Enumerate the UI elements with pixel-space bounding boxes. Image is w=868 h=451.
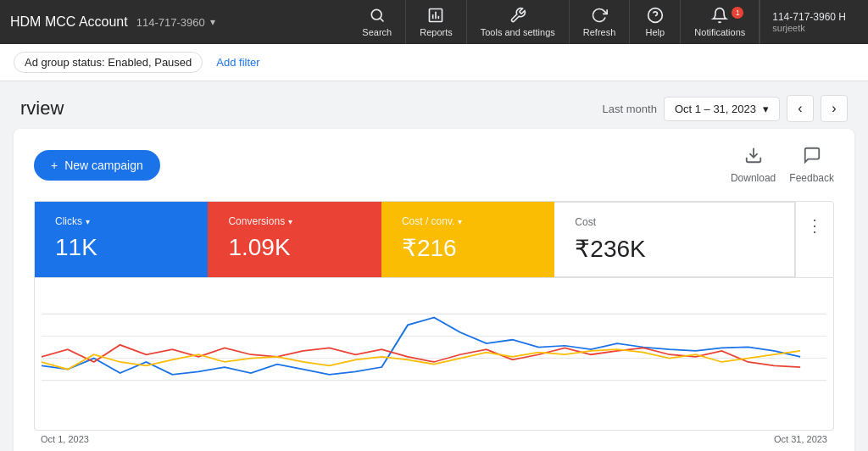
account-user: surjeetk	[772, 23, 805, 33]
main-content: rview Last month Oct 1 – 31, 2023 ▾ ‹ › …	[0, 81, 868, 451]
brand-name: HDM MCC Account	[10, 14, 128, 30]
feedback-button[interactable]: Feedback	[789, 146, 834, 184]
metric-tile-cost[interactable]: Cost ₹236K	[554, 202, 795, 277]
cost-label: Cost	[575, 216, 774, 228]
filter-chip-status[interactable]: Ad group status: Enabled, Paused	[14, 52, 203, 73]
nav-refresh[interactable]: Refresh	[570, 0, 631, 44]
plus-icon: +	[51, 159, 58, 172]
overview-card: + New campaign Download Feedback	[14, 129, 854, 451]
nav-notifications-label: Notifications	[694, 28, 745, 37]
conversions-value: 1.09K	[228, 234, 360, 261]
nav-reports[interactable]: Reports	[406, 0, 467, 44]
brand-account-id: 114-717-3960	[136, 16, 205, 29]
refresh-icon	[591, 7, 608, 26]
clicks-label: Clicks ▾	[55, 215, 187, 227]
notifications-icon	[711, 7, 728, 26]
chevron-right-icon: ›	[832, 101, 836, 116]
nav-help[interactable]: Help	[630, 0, 681, 44]
nav-help-label: Help	[646, 28, 665, 37]
date-prev-button[interactable]: ‹	[787, 95, 814, 122]
clicks-line	[42, 318, 800, 375]
feedback-label: Feedback	[789, 172, 834, 184]
conversions-chevron-icon: ▾	[288, 217, 292, 226]
clicks-chevron-icon: ▾	[86, 217, 90, 226]
download-icon	[744, 146, 763, 169]
date-range-selector[interactable]: Oct 1 – 31, 2023 ▾	[664, 97, 780, 121]
date-range-value: Oct 1 – 31, 2023	[675, 103, 756, 115]
cost-per-conv-chevron-icon: ▾	[458, 217, 462, 226]
nav-reports-label: Reports	[420, 28, 453, 37]
nav-notifications[interactable]: 1 Notifications	[681, 0, 760, 44]
line-chart	[42, 292, 826, 403]
more-options-button[interactable]: ⋮	[795, 202, 833, 277]
page-title: rview	[20, 97, 64, 120]
nav-tools[interactable]: Tools and settings	[467, 0, 570, 44]
cost-per-conv-value: ₹216	[402, 234, 534, 262]
more-icon: ⋮	[806, 215, 823, 236]
chart-container	[34, 278, 834, 431]
nav-items: Search Reports Tools and settings Refres…	[348, 0, 858, 44]
help-icon	[647, 7, 664, 26]
chart-x-start: Oct 1, 2023	[41, 434, 89, 444]
card-actions: Download Feedback	[731, 146, 834, 184]
search-icon	[369, 7, 386, 26]
top-nav: HDM MCC Account 114-717-3960 ▾ Search Re…	[0, 0, 868, 44]
download-button[interactable]: Download	[731, 146, 776, 184]
chart-x-labels: Oct 1, 2023 Oct 31, 2023	[34, 431, 834, 444]
date-next-button[interactable]: ›	[821, 95, 848, 122]
brand: HDM MCC Account 114-717-3960 ▾	[10, 14, 215, 30]
metric-tile-clicks[interactable]: Clicks ▾ 11K	[35, 202, 208, 277]
download-label: Download	[731, 172, 776, 184]
new-campaign-button[interactable]: + New campaign	[34, 150, 160, 181]
chevron-left-icon: ‹	[798, 101, 802, 116]
tools-icon	[509, 7, 526, 26]
date-controls: Last month Oct 1 – 31, 2023 ▾ ‹ ›	[603, 95, 848, 122]
nav-search[interactable]: Search	[348, 0, 406, 44]
cost-per-conv-label: Cost / conv. ▾	[402, 215, 534, 227]
brand-chevron[interactable]: ▾	[210, 16, 215, 28]
metric-tiles-container: Clicks ▾ 11K Conversions ▾ 1.09K C	[34, 201, 834, 278]
nav-account: 114-717-3960 H surjeetk	[760, 0, 858, 44]
metric-tile-cost-per-conv[interactable]: Cost / conv. ▾ ₹216	[381, 202, 554, 277]
svg-point-0	[371, 9, 381, 19]
nav-search-label: Search	[362, 28, 392, 37]
cost-value: ₹236K	[575, 235, 774, 263]
nav-refresh-label: Refresh	[583, 28, 616, 37]
account-number: 114-717-3960 H	[772, 11, 846, 23]
metric-tiles-group: Clicks ▾ 11K Conversions ▾ 1.09K C	[35, 202, 795, 277]
conversions-label: Conversions ▾	[228, 215, 360, 227]
date-label: Last month	[603, 103, 657, 115]
clicks-value: 11K	[55, 234, 187, 261]
metric-tile-conversions[interactable]: Conversions ▾ 1.09K	[208, 202, 381, 277]
notifications-badge: 1	[732, 7, 743, 19]
filter-bar: Ad group status: Enabled, Paused Add fil…	[0, 44, 868, 81]
nav-tools-label: Tools and settings	[481, 28, 555, 37]
add-filter-button[interactable]: Add filter	[209, 53, 266, 72]
chart-x-end: Oct 31, 2023	[774, 434, 827, 444]
svg-line-1	[381, 19, 384, 22]
page-header: rview Last month Oct 1 – 31, 2023 ▾ ‹ ›	[0, 81, 868, 129]
card-toolbar: + New campaign Download Feedback	[34, 146, 834, 184]
new-campaign-label: New campaign	[64, 159, 143, 172]
filter-chip-label: Ad group status: Enabled, Paused	[25, 56, 192, 69]
feedback-icon	[803, 146, 821, 169]
reports-icon	[427, 7, 444, 26]
date-chevron-icon: ▾	[763, 103, 769, 115]
